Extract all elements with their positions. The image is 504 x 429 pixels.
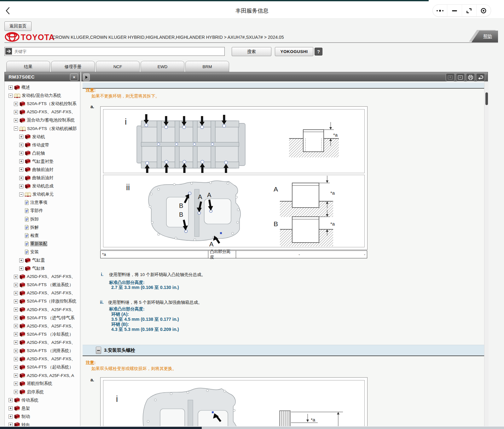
expand-icon[interactable]: + bbox=[14, 324, 18, 328]
expand-icon[interactable]: + bbox=[14, 110, 18, 114]
tree-item-label[interactable]: S20A-FTS（发动机控制系 bbox=[27, 101, 77, 107]
expand-icon[interactable]: + bbox=[14, 390, 18, 394]
tab[interactable]: NCF bbox=[96, 61, 140, 72]
tree-item-label[interactable]: A25D-FXS、A25F-FXS、 bbox=[27, 290, 76, 296]
expand-icon[interactable]: + bbox=[9, 398, 13, 402]
expand-icon[interactable]: + bbox=[19, 151, 23, 155]
print-button[interactable] bbox=[466, 73, 475, 81]
collapse-icon[interactable]: − bbox=[19, 192, 23, 197]
tree-item-label[interactable]: 拆卸 bbox=[30, 216, 39, 222]
back-home-button[interactable]: 返回首页 bbox=[4, 21, 32, 31]
tree-item-label[interactable]: S20A-FTS （冷却系统） bbox=[27, 332, 73, 337]
tree-item-label[interactable]: 凸轮轴 bbox=[32, 150, 45, 156]
expand-icon[interactable]: + bbox=[14, 349, 18, 353]
tree-item-label[interactable]: 概述 bbox=[21, 85, 30, 90]
tree-item-label[interactable]: 气缸盖衬垫 bbox=[32, 159, 54, 164]
search-button[interactable]: 搜索 bbox=[232, 47, 271, 56]
yokogushi-button[interactable]: YOKOGUSHI bbox=[275, 47, 313, 56]
tree-item-label[interactable]: S20A-FTS（排放控制系统 bbox=[27, 298, 77, 304]
tree-item-label[interactable]: 启停系统 bbox=[27, 389, 44, 395]
tree-item-label[interactable]: 气缸盖 bbox=[32, 257, 45, 263]
minimize-button[interactable] bbox=[447, 5, 461, 16]
tree-item-label[interactable]: A25D-FXS、A25F-FXS、 bbox=[27, 274, 76, 279]
expand-icon[interactable]: + bbox=[19, 176, 23, 180]
tree-item-label[interactable]: 转向 bbox=[21, 422, 30, 426]
expand-icon[interactable]: + bbox=[19, 159, 23, 163]
tree-item-label[interactable]: 曲轴前油封 bbox=[32, 167, 54, 173]
fullscreen-button[interactable] bbox=[462, 5, 476, 16]
return-button[interactable] bbox=[476, 73, 485, 81]
tree-item-label[interactable]: A25D-FXS、A25F-FXS、 bbox=[27, 356, 76, 362]
expand-panel-button[interactable] bbox=[83, 73, 90, 81]
tree-item-label[interactable]: 发动机/混合动力系统 bbox=[22, 93, 61, 98]
tree-item-label[interactable]: 传动系统 bbox=[21, 397, 38, 403]
collapse-section-button[interactable] bbox=[96, 347, 101, 354]
expand-icon[interactable]: + bbox=[14, 357, 18, 361]
tree-item-label[interactable]: S20A-FTS（发动机机械部 bbox=[27, 126, 77, 132]
search-help-button[interactable]: ? bbox=[315, 48, 322, 56]
tab[interactable]: 结果 bbox=[6, 61, 50, 72]
tree-item-label[interactable]: A25D-FXS、A25F-FXS、 bbox=[27, 323, 76, 329]
expand-icon[interactable]: + bbox=[14, 283, 18, 287]
expand-icon[interactable]: + bbox=[14, 316, 18, 320]
vertical-scrollbar-thumb[interactable] bbox=[485, 92, 488, 105]
horizontal-scrollbar-thumb[interactable] bbox=[0, 427, 202, 429]
tree-item-label[interactable]: 发动机总成 bbox=[32, 183, 54, 189]
expand-icon[interactable]: + bbox=[14, 118, 18, 122]
record-button[interactable] bbox=[476, 5, 491, 16]
tree-item-label[interactable]: 传动皮带 bbox=[32, 142, 49, 148]
tree-item-label[interactable]: 检查 bbox=[30, 233, 39, 238]
expand-icon[interactable]: + bbox=[19, 167, 23, 172]
tree-item-label[interactable]: 拆解 bbox=[30, 225, 39, 230]
tab[interactable]: EWD bbox=[141, 61, 184, 72]
tree-item-label[interactable]: 制动 bbox=[21, 414, 30, 420]
tree-item-label[interactable]: 发动机单元 bbox=[32, 191, 54, 197]
expand-icon[interactable]: + bbox=[14, 332, 18, 336]
zoom-in-button[interactable]: + bbox=[446, 73, 455, 81]
vertical-scrollbar[interactable] bbox=[484, 81, 489, 426]
expand-icon[interactable]: + bbox=[9, 85, 13, 90]
tree-item-label[interactable]: 悬架 bbox=[21, 406, 30, 411]
tree-item-label[interactable]: S20A-FTS （燃油系统） bbox=[27, 282, 73, 288]
tab[interactable]: 修理手册 bbox=[51, 61, 95, 72]
expand-icon[interactable]: + bbox=[19, 184, 23, 188]
collapse-icon[interactable]: − bbox=[9, 94, 13, 98]
tree-item-label[interactable]: 零部件 bbox=[30, 208, 43, 214]
tree-item-label[interactable]: S20A-FTS （起动系统） bbox=[27, 364, 73, 370]
expand-icon[interactable]: + bbox=[14, 275, 18, 279]
expand-icon[interactable]: + bbox=[14, 373, 18, 378]
tree-item-label[interactable]: 重新装配 bbox=[30, 241, 47, 247]
expand-icon[interactable]: + bbox=[19, 267, 23, 271]
expand-icon[interactable]: + bbox=[14, 365, 18, 369]
expand-icon[interactable]: + bbox=[19, 135, 23, 139]
expand-icon[interactable]: + bbox=[14, 382, 18, 386]
expand-icon[interactable]: + bbox=[14, 308, 18, 312]
expand-icon[interactable]: + bbox=[14, 340, 18, 344]
tree-item-label[interactable]: S20A-FTS （润滑系统） bbox=[27, 348, 73, 354]
expand-icon[interactable]: + bbox=[14, 291, 18, 295]
keyword-input[interactable] bbox=[14, 48, 223, 55]
expand-icon[interactable]: + bbox=[9, 414, 13, 419]
expand-icon[interactable]: + bbox=[9, 406, 13, 410]
expand-icon[interactable]: + bbox=[19, 143, 23, 147]
tree-item-label[interactable]: S20A-FTS （进气/排气系 bbox=[27, 315, 75, 321]
tree-item-label[interactable]: 注意事项 bbox=[30, 200, 47, 205]
tree-item-label[interactable]: 曲轴后油封 bbox=[32, 175, 54, 181]
tree-item-label[interactable]: A25D-FXS, A25F-FXS, A bbox=[27, 373, 74, 378]
tab[interactable]: BRM bbox=[185, 61, 229, 72]
close-panel-button[interactable]: × bbox=[70, 73, 78, 81]
collapse-icon[interactable]: − bbox=[14, 126, 18, 131]
tree-item-label[interactable]: 气缸体 bbox=[32, 266, 45, 271]
horizontal-scrollbar[interactable] bbox=[0, 426, 504, 429]
expand-icon[interactable]: + bbox=[14, 102, 18, 106]
tree-item-label[interactable]: 安装 bbox=[30, 249, 39, 255]
more-options-button[interactable] bbox=[433, 5, 447, 16]
tree-item-label[interactable]: 混合动力/蓄电池控制系统 bbox=[27, 117, 75, 123]
tree-item-label[interactable]: 发动机 bbox=[32, 134, 45, 140]
expand-icon[interactable]: + bbox=[14, 299, 18, 303]
tree-item-label[interactable]: A25D-FXS、A25F-FXS、 bbox=[27, 307, 76, 313]
expand-icon[interactable]: + bbox=[19, 258, 23, 262]
zoom-out-button[interactable]: − bbox=[456, 73, 465, 81]
tree-item-label[interactable]: 巡航控制系统 bbox=[27, 381, 52, 386]
tree-item-label[interactable]: A25D-FXS、A25F-FXS、 bbox=[27, 340, 76, 345]
